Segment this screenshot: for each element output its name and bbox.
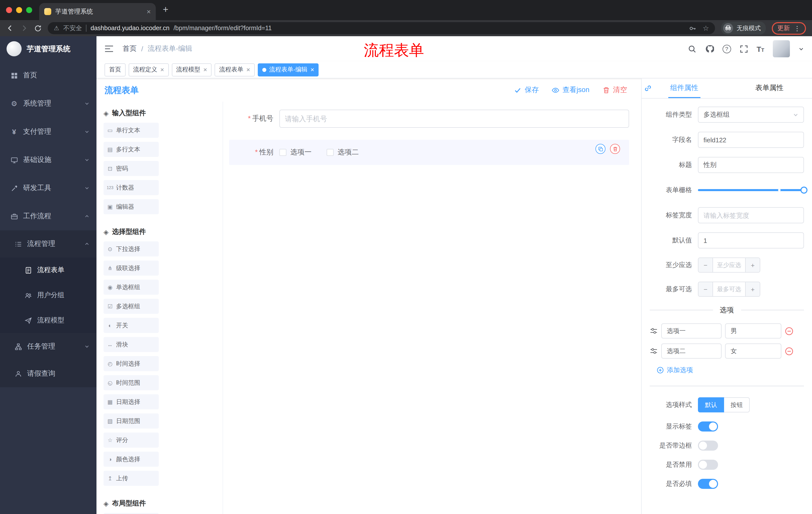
font-size-icon[interactable]: TT [756,45,764,53]
sidebar-item-devtools[interactable]: 研发工具 [0,174,96,202]
sidebar-item-home[interactable]: 首页 [0,61,96,89]
plus-icon[interactable]: + [746,282,760,296]
required-toggle[interactable] [698,479,718,489]
field-name-input[interactable] [698,132,804,148]
disabled-toggle[interactable] [698,460,718,470]
close-window-button[interactable] [6,7,12,13]
tag-process-definition[interactable]: 流程定义 × [128,63,169,76]
palette-item-cascader[interactable]: ⋔级联选择 [104,261,159,276]
palette-item-color-picker[interactable]: ◑颜色选择 [104,452,159,467]
checkbox-icon[interactable] [279,149,286,156]
palette-item-editor[interactable]: ▣编辑器 [104,199,159,214]
forward-icon[interactable] [20,24,28,32]
close-icon[interactable]: × [160,66,164,74]
palette-item-multi-text[interactable]: ▤多行文本 [104,142,159,157]
sidebar-item-process-form[interactable]: 流程表单 [0,258,96,283]
add-option-button[interactable]: 添加选项 [657,366,804,375]
selected-component-gender[interactable]: *性别 选项一 选项二 [229,140,629,165]
close-icon[interactable]: × [311,66,314,74]
save-button[interactable]: 保存 [514,85,539,94]
canvas-phone-row[interactable]: *手机号 [229,110,629,128]
palette-item-password[interactable]: ⊡密码 [104,161,159,176]
view-json-button[interactable]: 查看json [552,85,589,94]
sidebar-item-payment[interactable]: ¥ 支付管理 [0,118,96,146]
back-icon[interactable] [6,24,14,32]
gender-option-2[interactable]: 选项二 [327,148,359,157]
phone-input[interactable] [279,110,629,128]
palette-item-upload[interactable]: ↥上传 [104,471,159,486]
palette-item-radio-group[interactable]: ◉单选框组 [104,280,159,295]
close-icon[interactable]: × [246,66,250,74]
fullscreen-icon[interactable] [740,45,748,53]
sidebar-item-task-management[interactable]: 任务管理 [0,333,96,360]
palette-item-select[interactable]: ⊙下拉选择 [104,241,159,256]
tab-form-props[interactable]: 表单属性 [727,78,812,98]
user-avatar[interactable] [773,40,790,57]
palette-item-counter[interactable]: 123计数器 [104,180,159,195]
checkbox-icon[interactable] [327,149,334,156]
tab-close-icon[interactable]: × [147,7,151,16]
search-icon[interactable] [688,45,696,53]
style-default-button[interactable]: 默认 [698,397,724,412]
bookmark-star-icon[interactable]: ☆ [703,24,709,32]
palette-item-time-range[interactable]: ◵时间范围 [104,375,159,390]
sidebar-item-process-management[interactable]: 流程管理 [0,231,96,258]
sidebar-item-workflow[interactable]: 工作流程 [0,202,96,231]
link-icon[interactable] [643,83,652,92]
palette-item-checkbox-group[interactable]: ☑多选框组 [104,299,159,314]
sidebar-item-leave-query[interactable]: 请假查询 [0,360,96,387]
update-chip[interactable]: 更新 ⋮ [772,22,806,34]
url-bar[interactable]: ⚠ 不安全 dashboard.yudao.iocoder.cn /bpm/ma… [48,22,715,34]
remove-option-button[interactable] [785,327,793,335]
reload-icon[interactable] [34,24,42,32]
slider-handle[interactable] [801,187,808,194]
drag-handle-icon[interactable] [650,347,658,355]
tag-process-form[interactable]: 流程表单 × [214,63,255,76]
option-label-input[interactable] [661,344,722,359]
title-input[interactable] [698,157,804,173]
delete-component-button[interactable] [610,144,620,154]
sidebar-item-system[interactable]: ⚙ 系统管理 [0,89,96,118]
close-icon[interactable]: × [203,66,207,74]
max-select-value[interactable]: 最多可选 [713,282,746,296]
component-type-select[interactable]: 多选框组 [698,107,804,123]
drag-handle-icon[interactable] [650,327,658,335]
zoom-window-button[interactable] [26,7,32,13]
sidebar-item-user-groups[interactable]: 用户分组 [0,283,96,308]
breadcrumb-home[interactable]: 首页 [123,44,137,53]
tab-component-props[interactable]: 组件属性 [642,78,727,98]
gender-option-1[interactable]: 选项一 [279,148,312,157]
palette-item-switch[interactable]: ◐开关 [104,318,159,333]
new-tab-button[interactable]: + [163,4,168,15]
sidebar-item-process-model[interactable]: 流程模型 [0,308,96,333]
palette-item-time-picker[interactable]: ◴时间选择 [104,356,159,371]
tag-home[interactable]: 首页 [105,63,126,76]
palette-item-slider[interactable]: ↔滑块 [104,337,159,352]
palette-item-row-container[interactable]: ◫行容器 [104,513,159,514]
palette-item-date-picker[interactable]: ▦日期选择 [104,394,159,409]
hamburger-icon[interactable] [105,45,114,53]
minus-icon[interactable]: − [698,258,713,272]
help-icon[interactable]: ? [722,45,731,53]
minus-icon[interactable]: − [698,282,713,296]
palette-item-date-range[interactable]: ▧日期范围 [104,413,159,429]
remove-option-button[interactable] [785,347,793,355]
minimize-window-button[interactable] [16,7,22,13]
option-label-input[interactable] [661,323,722,339]
key-icon[interactable] [689,24,697,32]
form-canvas[interactable]: *手机号 *性别 选项一 [223,102,641,514]
palette-item-single-text[interactable]: ▭单行文本 [104,123,159,138]
copy-component-button[interactable] [596,144,606,154]
grid-slider[interactable] [698,182,804,198]
default-value-input[interactable] [698,232,804,248]
tag-process-form-edit[interactable]: 流程表单-编辑 × [258,63,319,76]
plus-icon[interactable]: + [746,258,760,272]
show-label-toggle[interactable] [698,422,718,432]
option-value-input[interactable] [725,344,781,359]
option-value-input[interactable] [725,323,781,339]
label-width-input[interactable] [698,207,804,223]
avatar-caret-icon[interactable] [799,46,804,52]
style-button-button[interactable]: 按钮 [724,397,750,412]
sidebar-item-infrastructure[interactable]: 基础设施 [0,146,96,174]
palette-item-rate[interactable]: ☆评分 [104,433,159,448]
